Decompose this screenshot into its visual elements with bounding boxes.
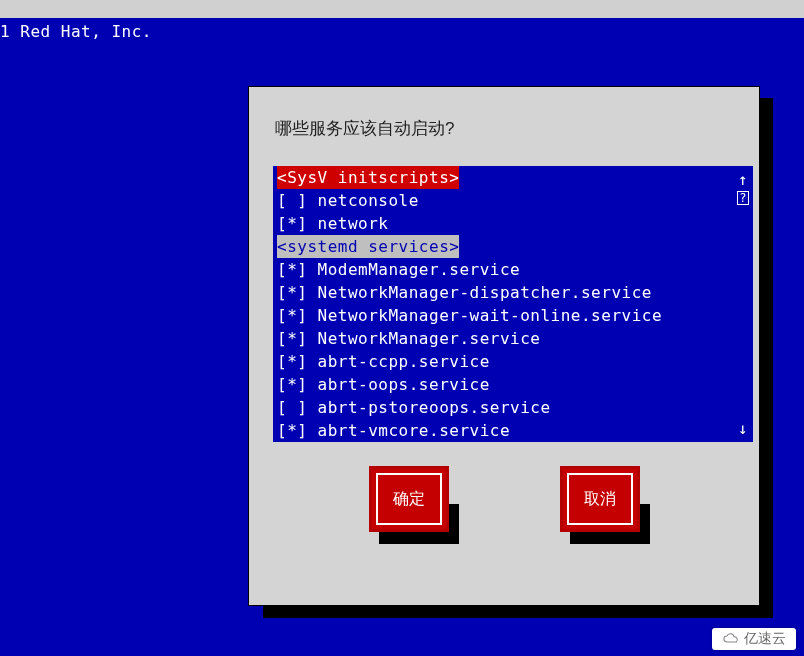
- service-item[interactable]: [*] abrt-vmcore.service: [277, 419, 749, 442]
- service-item[interactable]: [*] ModemManager.service: [277, 258, 749, 281]
- service-item[interactable]: [ ] netconsole: [277, 189, 749, 212]
- service-list-inner: <SysV initscripts> [ ] netconsole [*] ne…: [273, 166, 753, 442]
- cloud-icon: [722, 632, 740, 646]
- service-item[interactable]: [*] abrt-oops.service: [277, 373, 749, 396]
- ok-button-stack: 确定: [369, 466, 449, 532]
- dialog-title: 哪些服务应该自动启动?: [275, 117, 735, 140]
- service-item[interactable]: [*] NetworkManager-dispatcher.service: [277, 281, 749, 304]
- scroll-help-indicator: ?: [737, 191, 749, 205]
- button-row: 确定 取消: [273, 466, 735, 532]
- vendor-line: 1 Red Hat, Inc.: [0, 18, 804, 41]
- section-header-sysv: <SysV initscripts>: [277, 166, 749, 189]
- watermark-text: 亿速云: [744, 630, 786, 648]
- service-item[interactable]: [*] NetworkManager-wait-online.service: [277, 304, 749, 327]
- ntsysv-dialog: 哪些服务应该自动启动? ↑ ? ↓ <SysV initscripts> [ ]…: [248, 86, 760, 606]
- scroll-down-indicator: ↓: [737, 417, 749, 440]
- service-listbox[interactable]: ↑ ? ↓ <SysV initscripts> [ ] netconsole …: [273, 166, 753, 442]
- service-item[interactable]: [*] NetworkManager.service: [277, 327, 749, 350]
- watermark-badge: 亿速云: [712, 628, 796, 650]
- service-item[interactable]: [*] network: [277, 212, 749, 235]
- ok-button[interactable]: 确定: [369, 466, 449, 532]
- service-item[interactable]: [*] abrt-ccpp.service: [277, 350, 749, 373]
- window-titlebar: [0, 0, 804, 18]
- section-header-systemd: <systemd services>: [277, 235, 749, 258]
- scroll-up-indicator: ↑: [737, 168, 749, 191]
- cancel-button-stack: 取消: [560, 466, 640, 532]
- cancel-button[interactable]: 取消: [560, 466, 640, 532]
- service-item[interactable]: [ ] abrt-pstoreoops.service: [277, 396, 749, 419]
